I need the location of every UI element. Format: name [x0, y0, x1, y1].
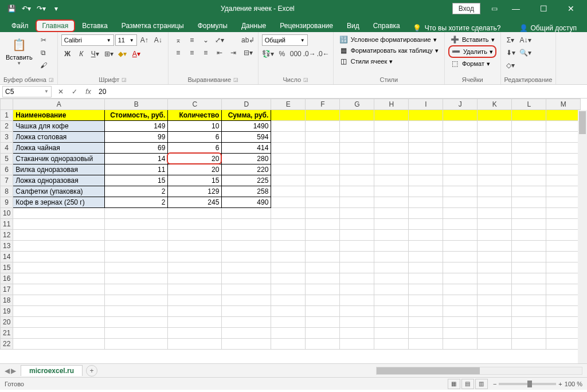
zoom-out-icon[interactable]: − [493, 381, 496, 387]
row-header[interactable]: 2 [1, 121, 13, 132]
row-header[interactable]: 21 [1, 328, 13, 339]
underline-icon[interactable]: Ч▾ [89, 48, 101, 60]
close-icon[interactable]: ✕ [559, 2, 582, 15]
row-header[interactable]: 8 [1, 186, 13, 197]
decrease-decimal-icon[interactable]: .0← [317, 48, 330, 60]
enter-formula-icon[interactable]: ✓ [68, 88, 81, 96]
share-button[interactable]: 👤Общий доступ [514, 24, 582, 32]
increase-decimal-icon[interactable]: .0→ [303, 48, 316, 60]
row-header[interactable]: 16 [1, 273, 13, 284]
format-painter-icon[interactable]: 🖌 [37, 60, 50, 71]
dialog-launcher-icon[interactable]: ◲ [303, 77, 308, 83]
align-top-icon[interactable]: ⌅ [172, 34, 185, 46]
undo-icon[interactable]: ↶▾ [19, 2, 33, 15]
format-cells-button[interactable]: ⬚Формат▾ [448, 58, 492, 69]
cut-icon[interactable]: ✂ [37, 34, 50, 46]
ribbon-options-icon[interactable]: ▭ [488, 3, 500, 14]
tab-insert[interactable]: Вставка [75, 19, 115, 32]
row-header[interactable]: 22 [1, 339, 13, 350]
find-select-icon[interactable]: 🔍▾ [519, 47, 532, 58]
dialog-launcher-icon[interactable]: ◲ [233, 77, 238, 83]
new-sheet-button[interactable]: + [86, 365, 97, 377]
col-header[interactable]: I [409, 99, 443, 110]
sort-filter-icon[interactable]: A↓▾ [519, 34, 532, 46]
align-right-icon[interactable]: ≡ [199, 47, 212, 58]
tab-formulas[interactable]: Формулы [191, 19, 234, 32]
col-header[interactable]: C [168, 99, 222, 110]
font-color-icon[interactable]: A▾ [130, 48, 143, 60]
increase-font-icon[interactable]: A↑ [138, 34, 151, 46]
signin-button[interactable]: Вход [452, 3, 480, 14]
row-header[interactable]: 3 [1, 132, 13, 143]
row-header[interactable]: 12 [1, 230, 13, 241]
tab-nav-next-icon[interactable]: ▶ [11, 367, 16, 375]
format-as-table-button[interactable]: ▦Форматировать как таблицу▾ [337, 45, 441, 56]
dialog-launcher-icon[interactable]: ◲ [122, 77, 127, 83]
cancel-formula-icon[interactable]: ✕ [54, 88, 68, 96]
orientation-icon[interactable]: ⤢▾ [213, 34, 226, 46]
align-middle-icon[interactable]: ≡ [186, 34, 198, 46]
number-format-combo[interactable]: Общий▼ [262, 34, 308, 46]
row-header[interactable]: 7 [1, 175, 13, 186]
copy-icon[interactable]: ⧉ [37, 47, 50, 58]
font-name-combo[interactable]: Calibri▼ [61, 34, 114, 46]
name-box[interactable]: C5▼ [2, 86, 52, 97]
tab-nav-prev-icon[interactable]: ◀ [5, 367, 10, 375]
view-normal-icon[interactable]: ▦ [448, 379, 460, 389]
font-size-combo[interactable]: 11▼ [115, 34, 137, 46]
row-header[interactable]: 10 [1, 208, 13, 219]
align-center-icon[interactable]: ≡ [186, 47, 198, 58]
sheet-tab[interactable]: microexcel.ru [21, 365, 83, 376]
view-page-layout-icon[interactable]: ▤ [461, 379, 474, 389]
col-header[interactable]: G [340, 99, 374, 110]
minimize-icon[interactable]: — [504, 2, 527, 15]
tab-review[interactable]: Рецензирование [273, 19, 340, 32]
fill-icon[interactable]: ⬇▾ [504, 47, 517, 58]
tab-help[interactable]: Справка [366, 19, 407, 32]
col-header[interactable]: A [13, 99, 105, 110]
insert-cells-button[interactable]: ➕Вставить▾ [448, 34, 497, 45]
decrease-font-icon[interactable]: A↓ [152, 34, 165, 46]
view-page-break-icon[interactable]: ▥ [475, 379, 488, 389]
horizontal-scrollbar[interactable] [97, 367, 587, 375]
row-header[interactable]: 5 [1, 154, 13, 164]
save-icon[interactable]: 💾 [5, 2, 18, 15]
fill-color-icon[interactable]: ◆▾ [116, 48, 129, 60]
row-header[interactable]: 15 [1, 262, 13, 273]
tab-layout[interactable]: Разметка страницы [115, 19, 191, 32]
redo-icon[interactable]: ↷▾ [34, 2, 48, 15]
row-header[interactable]: 11 [1, 219, 13, 230]
row-header[interactable]: 19 [1, 306, 13, 317]
indent-increase-icon[interactable]: ⇥ [227, 47, 240, 58]
paste-button[interactable]: 📋 Вставить ▼ [3, 34, 35, 67]
zoom-in-icon[interactable]: + [558, 381, 562, 387]
tab-home[interactable]: Главная [36, 19, 76, 32]
vertical-scrollbar[interactable] [578, 110, 587, 363]
col-header[interactable]: B [105, 99, 168, 110]
grid[interactable]: ABCDEFGHIJKLM1НаименованиеСтоимость, руб… [0, 99, 581, 350]
maximize-icon[interactable]: ☐ [532, 2, 555, 15]
row-header[interactable]: 6 [1, 164, 13, 175]
col-header[interactable]: D [222, 99, 271, 110]
delete-cells-button[interactable]: ➖Удалить▾ [448, 45, 496, 58]
col-header[interactable]: H [374, 99, 409, 110]
row-header[interactable]: 9 [1, 197, 13, 208]
indent-decrease-icon[interactable]: ⇤ [213, 47, 226, 58]
fx-icon[interactable]: fx [81, 88, 95, 96]
tab-data[interactable]: Данные [234, 19, 273, 32]
merge-icon[interactable]: ⊟▾ [242, 47, 255, 58]
tell-me[interactable]: 💡Что вы хотите сделать? [407, 24, 507, 32]
col-header[interactable]: L [512, 99, 546, 110]
col-header[interactable]: J [443, 99, 478, 110]
cell-styles-button[interactable]: ◫Стили ячеек▾ [337, 56, 395, 66]
border-icon[interactable]: ⊞▾ [103, 48, 115, 60]
formula-input[interactable] [95, 88, 587, 96]
qat-customize-icon[interactable]: ▾ [49, 2, 63, 15]
currency-icon[interactable]: 💱▾ [262, 48, 275, 60]
clear-icon[interactable]: ◇▾ [504, 60, 517, 71]
col-header[interactable]: F [306, 99, 340, 110]
conditional-formatting-button[interactable]: 🔢Условное форматирование▾ [337, 34, 439, 45]
col-header[interactable]: K [478, 99, 512, 110]
col-header[interactable]: M [546, 99, 581, 110]
align-bottom-icon[interactable]: ⌄ [199, 34, 212, 46]
